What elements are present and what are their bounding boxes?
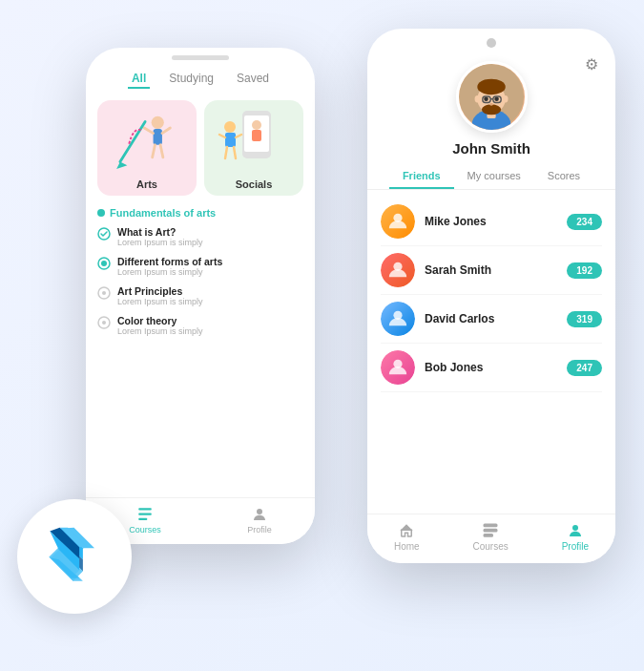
friend-item[interactable]: Mike Jones 234 xyxy=(381,198,602,246)
radio-empty-icon xyxy=(97,316,111,333)
svg-point-60 xyxy=(572,525,578,531)
socials-card[interactable]: Socials xyxy=(204,100,303,196)
tabs-row: All Studying Saved xyxy=(86,64,315,96)
friend-item[interactable]: Sarah Smith 192 xyxy=(381,246,602,295)
course-sub: Lorem Ipsum is simply xyxy=(117,297,203,306)
nav-profile-active[interactable]: Profile xyxy=(562,522,589,552)
course-sub: Lorem Ipsum is simply xyxy=(117,326,203,336)
course-title: Color theory xyxy=(117,315,203,326)
friend-item[interactable]: Bob Jones 247 xyxy=(381,344,602,392)
arts-label: Arts xyxy=(136,178,157,190)
course-title: What is Art? xyxy=(117,226,203,238)
friend-avatar-david xyxy=(381,302,415,336)
svg-rect-21 xyxy=(252,130,261,141)
svg-point-45 xyxy=(484,97,488,102)
radio-filled-icon xyxy=(97,257,111,274)
svg-point-22 xyxy=(224,121,236,133)
check-circle-icon xyxy=(97,227,111,244)
tab-friends[interactable]: Friends xyxy=(389,164,454,189)
friend-name: Bob Jones xyxy=(425,361,567,374)
tab-saved[interactable]: Saved xyxy=(233,70,273,89)
course-title: Art Principles xyxy=(117,285,203,297)
score-badge: 319 xyxy=(567,311,602,327)
svg-point-46 xyxy=(494,97,499,102)
course-item[interactable]: What is Art? Lorem Ipsum is simply xyxy=(97,226,303,247)
section-title: Fundamentals of arts xyxy=(97,207,303,219)
radio-empty-icon xyxy=(97,286,111,304)
score-badge: 192 xyxy=(567,262,602,279)
svg-line-15 xyxy=(160,145,163,157)
svg-point-20 xyxy=(252,120,261,130)
left-phone: All Studying Saved Arts xyxy=(86,48,315,544)
arts-card[interactable]: Arts xyxy=(97,100,197,196)
svg-line-14 xyxy=(153,145,156,157)
green-dot-icon xyxy=(97,209,105,217)
flutter-logo xyxy=(17,499,132,614)
svg-line-24 xyxy=(219,135,225,137)
course-title: Different forms of arts xyxy=(117,256,222,267)
nav-courses[interactable]: Courses xyxy=(129,506,161,535)
svg-rect-59 xyxy=(484,535,492,536)
svg-rect-23 xyxy=(225,133,236,147)
left-phone-notch xyxy=(86,48,315,64)
right-bottom-nav: Home Courses Profile xyxy=(367,514,615,563)
friend-name: Sarah Smith xyxy=(425,263,567,277)
settings-icon[interactable]: ⚙ xyxy=(585,55,598,73)
svg-point-30 xyxy=(101,261,107,266)
tab-scores[interactable]: Scores xyxy=(534,164,593,189)
profile-tabs: Friends My courses Scores xyxy=(367,164,615,190)
svg-rect-58 xyxy=(484,530,497,532)
avatar-section: John Smith xyxy=(367,52,615,164)
friend-name: David Carlos xyxy=(425,312,567,325)
right-phone: ⚙ xyxy=(367,29,615,563)
tab-all[interactable]: All xyxy=(128,70,150,89)
categories-row: Arts Socials xyxy=(86,96,315,199)
notch-bar xyxy=(172,55,229,60)
svg-point-51 xyxy=(474,95,480,102)
svg-rect-36 xyxy=(138,514,152,515)
svg-marker-17 xyxy=(116,162,127,170)
svg-line-13 xyxy=(162,128,170,134)
course-item[interactable]: Color theory Lorem Ipsum is simply xyxy=(97,315,303,336)
svg-rect-37 xyxy=(138,518,147,520)
svg-line-26 xyxy=(225,147,227,158)
course-list: Fundamentals of arts What is Art? Lorem … xyxy=(86,199,315,348)
friend-name: Mike Jones xyxy=(425,215,567,228)
score-badge: 234 xyxy=(567,214,602,230)
svg-line-12 xyxy=(144,128,153,134)
course-sub: Lorem Ipsum is simply xyxy=(117,238,203,247)
svg-point-52 xyxy=(503,95,509,102)
svg-rect-35 xyxy=(138,508,152,510)
nav-profile[interactable]: Profile xyxy=(247,506,272,535)
friend-avatar-sarah xyxy=(381,253,415,287)
svg-point-34 xyxy=(102,321,106,325)
svg-point-32 xyxy=(102,291,106,295)
arts-illustration xyxy=(112,106,183,178)
friend-avatar-bob xyxy=(381,350,415,385)
svg-line-25 xyxy=(236,135,241,137)
socials-illustration xyxy=(216,106,292,173)
friends-list: Mike Jones 234 Sarah Smith 192 David Car… xyxy=(367,190,615,400)
course-item[interactable]: Different forms of arts Lorem Ipsum is s… xyxy=(97,256,303,277)
tab-my-courses[interactable]: My courses xyxy=(454,164,534,189)
svg-point-50 xyxy=(489,103,493,106)
right-phone-notch xyxy=(367,29,615,52)
svg-line-27 xyxy=(234,147,236,158)
score-badge: 247 xyxy=(567,360,602,376)
socials-label: Socials xyxy=(236,178,273,190)
camera-notch xyxy=(487,38,496,48)
nav-home[interactable]: Home xyxy=(394,522,420,552)
course-item[interactable]: Art Principles Lorem Ipsum is simply xyxy=(97,285,303,306)
friend-item[interactable]: David Carlos 319 xyxy=(381,295,602,344)
avatar xyxy=(456,61,528,133)
nav-courses[interactable]: Courses xyxy=(473,522,509,552)
svg-point-44 xyxy=(481,104,500,115)
tab-studying[interactable]: Studying xyxy=(165,70,218,89)
friend-avatar-mike xyxy=(381,204,415,239)
svg-point-43 xyxy=(477,79,505,95)
user-name: John Smith xyxy=(452,140,530,157)
course-sub: Lorem Ipsum is simply xyxy=(117,267,222,277)
svg-rect-11 xyxy=(154,129,162,145)
svg-point-10 xyxy=(152,116,164,129)
svg-rect-57 xyxy=(484,524,497,526)
